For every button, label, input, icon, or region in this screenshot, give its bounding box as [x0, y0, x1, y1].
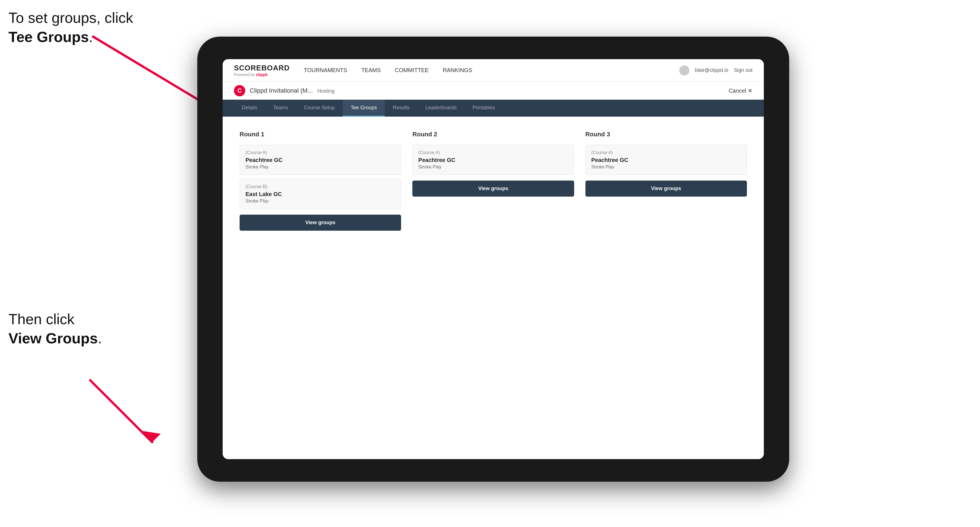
avatar — [679, 65, 689, 76]
round-1-course-a-name: Peachtree GC — [245, 157, 395, 163]
tablet-device: SCOREBOARD Powered by clippit TOURNAMENT… — [197, 37, 789, 482]
round-3-course-a-name: Peachtree GC — [591, 157, 741, 163]
round-2-view-groups-button[interactable]: View groups — [412, 181, 574, 197]
tab-course-setup-label: Course Setup — [304, 105, 335, 111]
svg-line-3 — [90, 380, 152, 442]
round-1-course-a-label: (Course A) — [245, 150, 395, 155]
nav-tournaments[interactable]: TOURNAMENTS — [304, 67, 347, 73]
tournament-logo: C — [234, 85, 245, 96]
round-3-course-a-label: (Course A) — [591, 150, 741, 155]
round-3-title: Round 3 — [585, 131, 747, 138]
hosting-badge: Hosting — [317, 88, 334, 94]
tab-teams[interactable]: Teams — [265, 100, 296, 117]
round-2-column: Round 2 (Course A) Peachtree GC Stroke P… — [412, 131, 574, 231]
nav-teams[interactable]: TEAMS — [361, 67, 381, 73]
instruction-top: To set groups, click Tee Groups. — [8, 8, 133, 46]
tab-tee-groups-label: Tee Groups — [351, 105, 377, 111]
tab-bar: Details Teams Course Setup Tee Groups Re… — [223, 100, 764, 117]
round-1-course-b-card: (Course B) East Lake GC Stroke Play — [240, 179, 401, 209]
tab-results-label: Results — [393, 105, 409, 111]
round-2-course-a-label: (Course A) — [418, 150, 568, 155]
round-1-course-b-label: (Course B) — [245, 184, 395, 189]
tab-leaderboards-label: Leaderboards — [425, 105, 457, 111]
user-email: blair@clippd.io — [695, 67, 728, 73]
instruction-bottom-bold: View Groups — [8, 330, 98, 346]
rounds-container: Round 1 (Course A) Peachtree GC Stroke P… — [240, 131, 747, 231]
nav-committee[interactable]: COMMITTEE — [395, 67, 429, 73]
tournament-name-text: Clippd Invitational (M... — [250, 87, 313, 94]
tab-leaderboards[interactable]: Leaderboards — [417, 100, 465, 117]
round-3-course-a-card: (Course A) Peachtree GC Stroke Play — [585, 145, 747, 175]
round-1-course-a-format: Stroke Play — [245, 165, 395, 170]
round-2-title: Round 2 — [412, 131, 574, 138]
tournament-bar: C Clippd Invitational (M... Hosting Canc… — [223, 82, 764, 100]
cancel-button[interactable]: Cancel ✕ — [729, 87, 752, 94]
instruction-top-bold: Tee Groups — [8, 29, 89, 45]
tab-printables[interactable]: Printables — [465, 100, 503, 117]
instruction-top-suffix: . — [89, 29, 93, 45]
instruction-bottom: Then click View Groups. — [8, 310, 102, 348]
tab-details-label: Details — [242, 105, 257, 111]
nav-rankings[interactable]: RANKINGS — [443, 67, 472, 73]
logo-text: SCOREBOARD — [234, 63, 290, 72]
round-1-title: Round 1 — [240, 131, 401, 138]
round-1-column: Round 1 (Course A) Peachtree GC Stroke P… — [240, 131, 401, 231]
main-content: Round 1 (Course A) Peachtree GC Stroke P… — [223, 117, 764, 459]
tab-printables-label: Printables — [473, 105, 495, 111]
logo-area: SCOREBOARD Powered by clippit — [234, 63, 290, 77]
instruction-bottom-suffix: . — [98, 330, 102, 346]
arrow-bottom-icon — [73, 364, 186, 462]
round-3-column: Round 3 (Course A) Peachtree GC Stroke P… — [585, 131, 747, 231]
round-2-course-a-card: (Course A) Peachtree GC Stroke Play — [412, 145, 574, 175]
round-1-course-b-format: Stroke Play — [245, 198, 395, 204]
round-2-course-a-name: Peachtree GC — [418, 157, 568, 163]
instruction-top-line1: To set groups, click — [8, 10, 133, 26]
nav-right: blair@clippd.io Sign out — [679, 65, 752, 76]
round-3-course-a-format: Stroke Play — [591, 165, 741, 170]
nav-links: TOURNAMENTS TEAMS COMMITTEE RANKINGS — [304, 67, 679, 73]
instruction-bottom-line1: Then click — [8, 311, 75, 327]
tab-course-setup[interactable]: Course Setup — [296, 100, 343, 117]
tab-details[interactable]: Details — [234, 100, 265, 117]
sign-out-link[interactable]: Sign out — [734, 67, 752, 73]
round-1-view-groups-button[interactable]: View groups — [240, 214, 401, 231]
tab-tee-groups[interactable]: Tee Groups — [343, 100, 385, 117]
round-1-course-a-card: (Course A) Peachtree GC Stroke Play — [240, 145, 401, 175]
tab-results[interactable]: Results — [385, 100, 417, 117]
round-3-view-groups-button[interactable]: View groups — [585, 181, 747, 197]
round-1-course-b-name: East Lake GC — [245, 191, 395, 197]
tablet-screen: SCOREBOARD Powered by clippit TOURNAMENT… — [223, 59, 764, 459]
tab-teams-label: Teams — [273, 105, 288, 111]
tournament-name: Clippd Invitational (M... Hosting — [250, 87, 729, 94]
round-2-course-a-format: Stroke Play — [418, 165, 568, 170]
svg-marker-4 — [142, 431, 161, 442]
logo-sub: Powered by clippit — [234, 72, 290, 77]
top-nav: SCOREBOARD Powered by clippit TOURNAMENT… — [223, 59, 764, 82]
cancel-label: Cancel — [729, 87, 746, 94]
